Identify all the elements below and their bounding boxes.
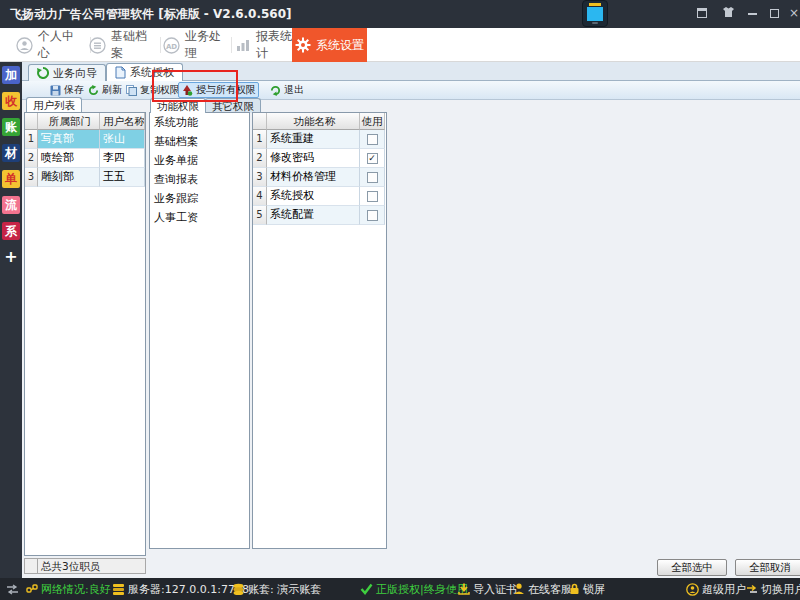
ad-icon: AD	[163, 37, 180, 54]
perm-name: 系统配置	[267, 206, 360, 225]
function-tree: 系统功能 基础档案 业务单据 查询报表 业务跟踪 人事工资	[149, 112, 250, 549]
bar-chart-icon	[235, 37, 251, 53]
cancel-all-button[interactable]: 全部取消	[735, 559, 800, 576]
person-icon	[513, 583, 525, 595]
user-name[interactable]: 李四	[100, 149, 145, 168]
permission-table: 功能名称 使用 1 系统重建 2 修改密码 ✓ 3 材料价格管理 4 系统授权 …	[252, 112, 387, 549]
nav-tab-personal-center[interactable]: 个人中心	[16, 28, 82, 62]
svg-text:AD: AD	[166, 42, 177, 50]
title-bar: 飞扬动力广告公司管理软件 [标准版 - V2.6.0.560] ×	[0, 0, 800, 28]
user-name[interactable]: 王五	[100, 168, 145, 187]
coins-icon	[232, 583, 245, 595]
copy-icon	[126, 85, 137, 96]
super-user[interactable]: 超级用户	[686, 578, 746, 600]
check-icon	[360, 583, 373, 595]
sidebar-item-jia[interactable]: 加	[2, 66, 20, 84]
server-icon	[112, 583, 125, 595]
download-icon	[458, 583, 470, 595]
network-status: 网络情况:良好	[26, 578, 111, 600]
tree-item-business-orders[interactable]: 业务单据	[150, 151, 249, 170]
col-header-function-name[interactable]: 功能名称	[267, 113, 360, 130]
select-all-button[interactable]: 全部选中	[657, 559, 727, 576]
close-button[interactable]: ×	[786, 6, 800, 22]
nav-tab-system-settings[interactable]: 系统设置	[292, 28, 367, 62]
perm-row-3[interactable]: 3 材料价格管理	[253, 168, 386, 187]
use-checkbox[interactable]	[367, 191, 378, 202]
col-header-use[interactable]: 使用	[360, 113, 385, 130]
server-status: 服务器:127.0.0.1:7798	[112, 578, 249, 600]
grant-all-permissions-button[interactable]: 授与所有权限	[178, 82, 259, 98]
tab-other-permissions[interactable]: 其它权限	[205, 98, 261, 113]
sidebar-add-button[interactable]: +	[2, 248, 20, 266]
tab-function-permissions[interactable]: 功能权限	[150, 98, 206, 113]
refresh-button[interactable]: 刷新	[86, 82, 124, 98]
switch-user-icon	[746, 584, 758, 595]
col-header-department[interactable]: 所属部门	[38, 113, 100, 130]
quick-sidebar: 加 收 账 材 单 流 系 +	[0, 62, 22, 578]
refresh-icon	[88, 85, 99, 96]
account-set: 账套: 演示账套	[232, 578, 321, 600]
user-row-3[interactable]: 3 雕刻部 王五	[25, 168, 145, 187]
skin-theme-icon[interactable]	[720, 6, 736, 22]
sidebar-item-liu[interactable]: 流	[2, 196, 20, 214]
nav-tab-business[interactable]: AD 业务处理	[163, 28, 229, 62]
sidebar-item-shou[interactable]: 收	[2, 92, 20, 110]
nav-tab-basic-files[interactable]: 基础档案	[89, 28, 155, 62]
online-support[interactable]: 在线客服	[513, 578, 572, 600]
use-checkbox[interactable]	[367, 134, 378, 145]
sidebar-item-xi[interactable]: 系	[2, 222, 20, 240]
tab-user-list[interactable]: 用户列表	[26, 97, 82, 112]
save-icon	[50, 85, 61, 96]
maximize-button[interactable]	[766, 6, 782, 22]
nav-tab-reports[interactable]: 报表统计	[235, 28, 297, 62]
staff-count-label: 总共3位职员	[38, 558, 146, 574]
perm-row-2[interactable]: 2 修改密码 ✓	[253, 149, 386, 168]
sidebar-item-dan[interactable]: 单	[2, 170, 20, 188]
tree-item-hr-payroll[interactable]: 人事工资	[150, 208, 249, 227]
network-icon	[26, 583, 38, 595]
use-checkbox[interactable]	[367, 172, 378, 183]
perm-name: 修改密码	[267, 149, 360, 168]
sidebar-item-zhang[interactable]: 账	[2, 118, 20, 136]
user-dept[interactable]: 写真部	[38, 130, 100, 149]
user-row-2[interactable]: 2 喷绘部 李四	[25, 149, 145, 168]
copy-permission-button[interactable]: 复制权限	[124, 82, 182, 98]
save-button[interactable]: 保存	[48, 82, 86, 98]
exit-icon	[270, 85, 281, 96]
mobile-phone-icon[interactable]	[582, 0, 608, 27]
switch-user[interactable]: 切换用户	[746, 578, 800, 600]
window-title: 飞扬动力广告公司管理软件 [标准版 - V2.6.0.560]	[10, 0, 292, 28]
exit-button[interactable]: 退出	[268, 82, 306, 98]
license-status: 正版授权|终身使用	[360, 578, 468, 600]
toolbox-icon[interactable]	[694, 6, 710, 22]
list-icon	[89, 37, 106, 54]
user-row-1[interactable]: 1 写真部 张山	[25, 130, 145, 149]
user-list-footer: 总共3位职员	[24, 558, 146, 574]
perm-row-4[interactable]: 4 系统授权	[253, 187, 386, 206]
tree-item-query-reports[interactable]: 查询报表	[150, 170, 249, 189]
user-dept[interactable]: 雕刻部	[38, 168, 100, 187]
tree-item-basic-files[interactable]: 基础档案	[150, 132, 249, 151]
tree-item-business-tracking[interactable]: 业务跟踪	[150, 189, 249, 208]
use-checkbox-checked[interactable]: ✓	[367, 153, 378, 164]
user-dept[interactable]: 喷绘部	[38, 149, 100, 168]
app-window: 飞扬动力广告公司管理软件 [标准版 - V2.6.0.560] × 个人中心 基…	[0, 0, 800, 600]
super-user-icon	[686, 583, 699, 596]
perm-name: 系统授权	[267, 187, 360, 206]
col-header-username[interactable]: 用户名称	[100, 113, 145, 130]
tree-item-system[interactable]: 系统功能	[150, 113, 249, 132]
main-nav: 个人中心 基础档案 AD 业务处理 报表统计 系统设置 选择图片 ▼	[0, 28, 800, 62]
grant-icon	[181, 84, 193, 96]
sidebar-item-cai[interactable]: 材	[2, 144, 20, 162]
tab-system-authorization[interactable]: 系统授权	[106, 63, 183, 81]
minimize-button[interactable]	[744, 6, 760, 22]
lock-screen[interactable]: 锁屏	[569, 578, 605, 600]
tab-business-wizard[interactable]: 业务向导	[28, 64, 106, 81]
perm-row-5[interactable]: 5 系统配置	[253, 206, 386, 225]
user-list-table: 所属部门 用户名称 1 写真部 张山 2 喷绘部 李四 3 雕刻部 王五	[24, 112, 146, 556]
user-name[interactable]: 张山	[100, 130, 145, 149]
import-certificate[interactable]: 导入证书	[458, 578, 517, 600]
perm-row-1[interactable]: 1 系统重建	[253, 130, 386, 149]
doc-tab-strip: 业务向导 系统授权	[22, 62, 800, 81]
use-checkbox[interactable]	[367, 210, 378, 221]
